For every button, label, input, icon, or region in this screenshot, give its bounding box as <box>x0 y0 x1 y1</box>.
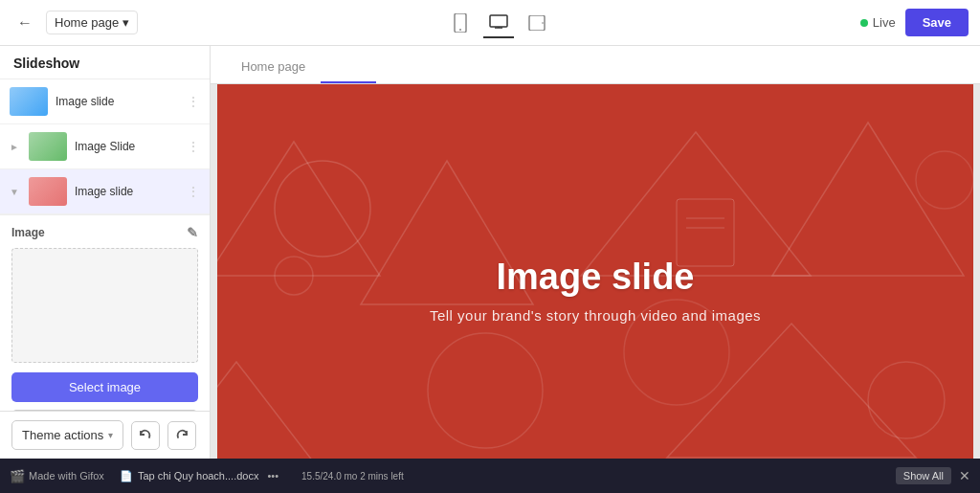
mobile-view-button[interactable] <box>445 8 476 38</box>
image-placeholder <box>11 248 198 363</box>
drag-handle-icon[interactable]: ⋮ <box>187 139 200 154</box>
svg-point-15 <box>868 362 945 438</box>
svg-rect-2 <box>490 15 507 27</box>
svg-marker-11 <box>217 362 332 459</box>
slide-thumbnail <box>10 87 48 116</box>
page-dropdown[interactable]: Home page ▾ <box>46 11 138 34</box>
slide-list: Image slide ⋮ ► Image Slide ⋮ ▼ Image sl… <box>0 79 210 215</box>
slide-label: Image slide <box>56 95 179 108</box>
theme-actions-label: Theme actions <box>22 428 103 442</box>
slide-item[interactable]: Image slide ⋮ <box>0 79 210 124</box>
slide-item[interactable]: ► Image Slide ⋮ <box>0 124 210 169</box>
file-icon: 📄 <box>120 470 133 482</box>
slide-subtitle: Tell your brand's story through video an… <box>430 307 761 324</box>
live-dot <box>860 19 868 27</box>
desktop-view-button[interactable] <box>483 8 514 38</box>
slide-content: Image slide Tell your brand's story thro… <box>430 257 761 324</box>
svg-point-12 <box>428 333 543 448</box>
show-all-button[interactable]: Show All <box>896 467 951 484</box>
slide-thumbnail <box>29 132 67 161</box>
slide-thumbnail <box>29 177 67 206</box>
expand-icon[interactable]: ▼ <box>10 187 19 197</box>
svg-point-7 <box>275 161 370 257</box>
svg-point-1 <box>459 29 461 31</box>
taskbar-file-item[interactable]: 📄 Tap chi Quy hoach....docx ••• <box>112 468 286 484</box>
live-indicator: Live <box>860 15 896 30</box>
time-label: 15.5/24.0 mo 2 mins left <box>301 471 404 482</box>
slideshow-canvas: Image slide Tell your brand's story thro… <box>217 84 973 459</box>
redo-button[interactable] <box>167 421 196 450</box>
gifox-label: Made with Gifox <box>29 470 104 482</box>
taskbar: 🎬 Made with Gifox 📄 Tap chi Quy hoach...… <box>0 459 980 493</box>
taskbar-time: 15.5/24.0 mo 2 mins left <box>294 469 412 483</box>
slide-label: Image slide <box>75 185 179 198</box>
gifox-icon: 🎬 <box>10 469 25 483</box>
slide-title: Image slide <box>430 257 761 298</box>
taskbar-right: Show All ✕ <box>896 467 970 484</box>
file-label: Tap chi Quy hoach....docx <box>138 470 259 482</box>
back-button[interactable]: ← <box>11 10 38 36</box>
sidebar-header: Slideshow <box>0 46 210 79</box>
canvas-tabs: Home page <box>211 46 980 84</box>
expand-icon[interactable]: ► <box>10 142 19 152</box>
main-layout: Slideshow Image slide ⋮ ► Image Slide ⋮ <box>0 46 980 459</box>
close-taskbar-button[interactable]: ✕ <box>959 468 970 483</box>
sidebar: Slideshow Image slide ⋮ ► Image Slide ⋮ <box>0 46 211 459</box>
canvas-wrapper: Image slide Tell your brand's story thro… <box>211 84 980 459</box>
slide-label: Image Slide <box>75 140 179 153</box>
undo-button[interactable] <box>131 421 160 450</box>
image-section: Image ✎ Select image Explore free images… <box>0 215 210 411</box>
sidebar-title: Slideshow <box>13 56 79 71</box>
svg-point-16 <box>916 151 973 209</box>
topbar-right: Live Save <box>860 9 969 36</box>
live-label: Live <box>873 15 896 30</box>
theme-actions-button[interactable]: Theme actions ▾ <box>11 420 123 450</box>
tab-home-page[interactable]: Home page <box>226 59 321 83</box>
svg-marker-14 <box>667 324 916 458</box>
svg-marker-9 <box>217 142 380 276</box>
drag-handle-icon[interactable]: ⋮ <box>187 94 200 109</box>
select-image-button[interactable]: Select image <box>11 372 198 402</box>
cursor-icon: ✎ <box>187 225 198 240</box>
tab-active[interactable] <box>321 59 375 83</box>
gifox-item: 🎬 Made with Gifox <box>10 469 104 483</box>
topbar-left: ← Home page ▾ <box>11 10 138 36</box>
svg-marker-13 <box>772 123 964 276</box>
chevron-down-icon: ▾ <box>122 15 129 30</box>
slide-item-active[interactable]: ▼ Image slide ⋮ <box>0 169 210 214</box>
topbar: ← Home page ▾ Live Save <box>0 0 980 46</box>
canvas-area: Home page <box>211 46 980 459</box>
save-button[interactable]: Save <box>905 9 969 36</box>
tablet-view-button[interactable] <box>522 8 552 38</box>
more-icon[interactable]: ••• <box>267 470 278 482</box>
chevron-down-icon: ▾ <box>108 430 113 440</box>
svg-marker-17 <box>581 132 811 276</box>
device-switcher <box>147 8 851 38</box>
image-section-label: Image ✎ <box>11 225 198 240</box>
drag-handle-icon[interactable]: ⋮ <box>187 184 200 199</box>
sidebar-bottom-bar: Theme actions ▾ <box>0 411 210 459</box>
page-label: Home page <box>55 15 119 30</box>
